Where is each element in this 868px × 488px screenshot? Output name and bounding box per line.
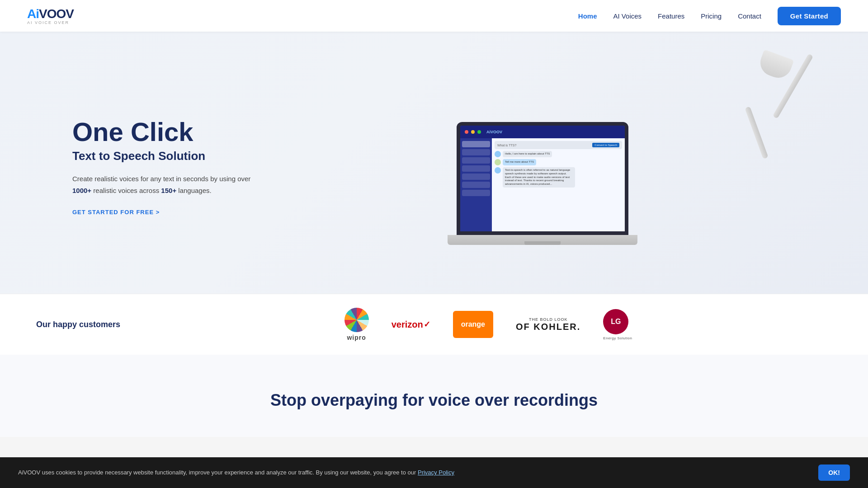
nav-link-contact[interactable]: Contact [738, 12, 761, 20]
kohler-logo: THE BOLD LOOK OF KOHLER. [516, 317, 580, 332]
app-sidebar [460, 138, 492, 231]
hero-section: One Click Text to Speech Solution Create… [0, 32, 868, 294]
app-avatar-2 [495, 159, 501, 165]
wipro-text: wipro [347, 334, 366, 341]
logo-voov: VOOV [39, 7, 74, 21]
app-search-bar: What is TTS? Convert to Speech [495, 141, 622, 149]
app-convert-btn: Convert to Speech [592, 143, 619, 147]
laptop-hinge [524, 241, 561, 245]
app-bubble-2: Tell me more about TTS [503, 159, 536, 165]
app-message-3: Text-to-speech is often referred to as n… [495, 167, 622, 188]
wipro-logo: wipro [344, 308, 369, 341]
app-avatar-1 [495, 151, 501, 157]
app-logo: AiVOOV [486, 130, 502, 134]
verizon-logo: verizon✓ [392, 319, 430, 330]
hero-cta-link[interactable]: GET STARTED FOR FREE > [72, 209, 160, 216]
verizon-check-icon: ✓ [424, 319, 430, 329]
hero-visual: AiVOOV [289, 59, 796, 276]
section-heading: Stop overpaying for voice over recording… [72, 391, 796, 410]
nav-links: Home AI Voices Features Pricing Contact … [578, 7, 841, 25]
customer-logos: wipro verizon✓ orange THE BOLD LOOK OF K… [145, 308, 832, 341]
laptop-screen: AiVOOV [457, 122, 628, 235]
laptop-base [448, 235, 637, 245]
sidebar-item-5 [462, 174, 490, 180]
app-search-text: What is TTS? [497, 144, 516, 147]
lg-sub-text: Energy Solution [603, 336, 632, 340]
orange-logo: orange [453, 311, 493, 338]
nav-link-features[interactable]: Features [658, 12, 684, 20]
logo-tagline: AI VOICE OVER [27, 20, 69, 25]
sidebar-item-6 [462, 182, 490, 188]
app-message-1: Hello, I am here to explain about TTS [495, 151, 622, 157]
app-topbar: AiVOOV [460, 126, 625, 138]
nav-link-pricing[interactable]: Pricing [701, 12, 722, 20]
lamp-illustration [678, 45, 805, 217]
sidebar-item-2 [462, 149, 490, 155]
app-body: What is TTS? Convert to Speech Hello, I … [460, 138, 625, 231]
lg-circle-icon: LG [603, 309, 628, 334]
app-bubble-3: Text-to-speech is often referred to as n… [503, 167, 575, 188]
orange-text: orange [461, 320, 485, 328]
sidebar-item-3 [462, 157, 490, 164]
app-main: What is TTS? Convert to Speech Hello, I … [492, 138, 625, 231]
hero-title-line2: Text to Speech Solution [72, 149, 289, 163]
kohler-main-text: OF KOHLER. [516, 322, 580, 332]
app-bubble-1: Hello, I am here to explain about TTS [503, 151, 552, 157]
app-message-2: Tell me more about TTS [495, 159, 622, 165]
customers-label: Our happy customers [36, 320, 127, 329]
customers-strip: Our happy customers wipro verizon✓ orang… [0, 294, 868, 355]
sidebar-item-7 [462, 190, 490, 196]
logo-text: AiVOOV [27, 7, 74, 21]
lg-logo: LG Energy Solution [603, 309, 632, 340]
lamp-head [757, 50, 794, 82]
nav-link-ai-voices[interactable]: AI Voices [613, 12, 642, 20]
hero-title-line1: One Click [72, 118, 289, 146]
sidebar-item-1 [462, 141, 490, 147]
hero-description: Create realistic voices for any text in … [72, 173, 262, 196]
kohler-tagline: THE BOLD LOOK [516, 317, 580, 322]
sidebar-item-4 [462, 165, 490, 172]
laptop-illustration: AiVOOV [448, 122, 637, 276]
hero-content: One Click Text to Speech Solution Create… [72, 118, 289, 216]
logo[interactable]: AiVOOV AI VOICE OVER [27, 7, 74, 25]
logo-ai: Ai [27, 7, 39, 21]
lamp-arm-2 [745, 106, 768, 159]
section-below: Stop overpaying for voice over recording… [0, 355, 868, 437]
wipro-dots-icon [344, 308, 369, 332]
verizon-text: verizon [392, 319, 423, 330]
nav-link-home[interactable]: Home [578, 12, 597, 20]
app-avatar-3 [495, 167, 501, 174]
laptop-screen-inner: AiVOOV [460, 126, 625, 231]
get-started-button[interactable]: Get Started [778, 7, 841, 25]
app-chat-area: Hello, I am here to explain about TTS Te… [495, 151, 622, 229]
navbar: AiVOOV AI VOICE OVER Home AI Voices Feat… [0, 0, 868, 32]
